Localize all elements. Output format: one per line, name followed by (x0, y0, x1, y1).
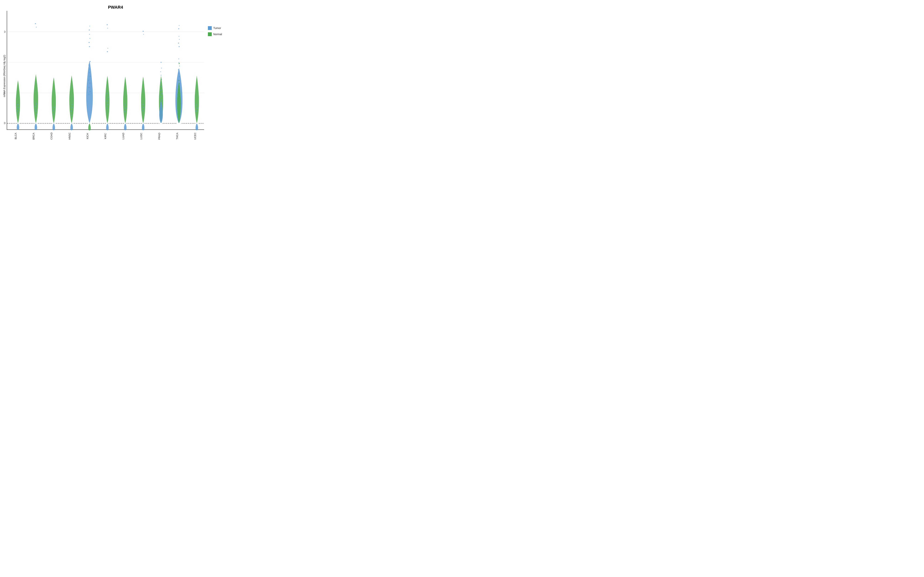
svg-point-67 (143, 31, 144, 32)
plot-area: 0 1 2 3 (7, 11, 204, 130)
svg-point-75 (161, 93, 162, 94)
svg-point-43 (89, 46, 90, 47)
svg-point-68 (143, 34, 144, 35)
svg-point-112 (179, 87, 180, 88)
svg-point-25 (54, 107, 55, 108)
x-label-luad: LUAD (114, 131, 132, 141)
svg-point-41 (88, 64, 89, 65)
x-label-kirc: KIRC (97, 131, 114, 141)
svg-point-47 (89, 29, 90, 31)
svg-point-62 (125, 105, 126, 105)
svg-point-81 (160, 71, 161, 72)
svg-point-42 (90, 61, 90, 62)
svg-point-61 (125, 108, 126, 109)
svg-point-118 (196, 105, 197, 105)
x-label-hnsc: HNSC (61, 131, 79, 141)
svg-point-46 (89, 34, 90, 35)
legend-box-normal (208, 32, 212, 36)
svg-point-101 (178, 58, 179, 59)
svg-point-114 (179, 63, 179, 64)
svg-point-53 (108, 97, 108, 98)
svg-point-56 (107, 48, 108, 49)
svg-point-109 (178, 100, 179, 101)
svg-point-50 (107, 108, 107, 108)
svg-point-19 (36, 103, 37, 104)
svg-point-58 (107, 28, 108, 29)
svg-point-65 (143, 107, 144, 108)
svg-point-66 (143, 104, 144, 105)
svg-point-24 (53, 110, 54, 111)
svg-point-103 (178, 42, 179, 44)
svg-point-52 (107, 100, 108, 101)
svg-point-71 (161, 105, 162, 106)
svg-point-72 (160, 102, 161, 103)
svg-point-110 (179, 96, 180, 97)
svg-point-116 (196, 111, 197, 111)
svg-point-39 (89, 73, 90, 73)
svg-text:1: 1 (4, 91, 6, 94)
svg-point-98 (178, 69, 179, 70)
svg-point-18 (35, 106, 36, 107)
x-label-lusc: LUSC (132, 131, 150, 141)
svg-point-31 (72, 104, 73, 105)
svg-point-21 (36, 114, 37, 114)
svg-point-26 (53, 114, 54, 114)
svg-point-100 (178, 62, 179, 63)
svg-point-105 (178, 36, 179, 37)
svg-point-55 (107, 51, 108, 52)
svg-point-54 (107, 93, 107, 94)
svg-point-11 (18, 107, 19, 108)
svg-point-97 (178, 73, 179, 74)
chart-body: mRNA Expression (RNASeq V2, log2) 0 (2, 11, 229, 141)
svg-point-113 (178, 80, 179, 81)
svg-point-117 (197, 108, 198, 108)
svg-point-80 (161, 75, 162, 76)
x-label-kich: KICH (79, 131, 97, 141)
svg-point-14 (17, 111, 18, 112)
svg-point-29 (72, 107, 73, 108)
x-label-thca: THCA (168, 131, 186, 141)
svg-point-64 (142, 110, 143, 111)
plot-area-wrapper: 0 1 2 3 (7, 11, 208, 141)
svg-point-16 (35, 23, 36, 24)
svg-point-76 (160, 90, 161, 90)
chart-container: PWAR4 mRNA Expression (RNASeq V2, log2) (2, 3, 229, 141)
x-label-coad: COAD (42, 131, 60, 141)
svg-point-33 (88, 94, 89, 95)
svg-point-34 (90, 91, 90, 92)
svg-point-30 (71, 114, 72, 115)
legend-item-normal: Normal (208, 32, 227, 36)
svg-point-106 (178, 28, 179, 29)
svg-point-104 (179, 39, 180, 40)
svg-point-17 (36, 27, 37, 27)
svg-point-20 (35, 111, 36, 111)
svg-point-45 (89, 38, 90, 39)
svg-point-10 (17, 110, 18, 111)
svg-point-38 (90, 76, 91, 77)
svg-point-77 (161, 86, 162, 87)
svg-text:0: 0 (4, 122, 6, 125)
x-label-blca: BLCA (7, 131, 25, 141)
svg-point-82 (161, 68, 162, 68)
svg-point-107 (179, 25, 179, 26)
svg-point-51 (107, 104, 108, 105)
legend-box-tumor (208, 26, 212, 30)
svg-point-99 (179, 66, 180, 66)
svg-point-79 (161, 79, 162, 80)
x-axis-labels: BLCABRCACOADHNSCKICHKIRCLUADLUSCPRADTHCA… (7, 130, 204, 141)
svg-point-78 (160, 82, 161, 83)
x-label-ucec: UCEC (186, 131, 204, 141)
svg-point-96 (179, 76, 180, 77)
svg-point-60 (124, 111, 125, 112)
legend-item-tumor: Tumor (208, 26, 227, 30)
svg-point-74 (160, 96, 161, 97)
svg-point-44 (89, 42, 89, 43)
chart-title: PWAR4 (108, 5, 123, 10)
legend: Tumor Normal (208, 11, 229, 141)
legend-label-normal: Normal (213, 33, 222, 36)
svg-point-83 (160, 62, 162, 63)
svg-text:3: 3 (4, 31, 6, 33)
svg-point-36 (89, 83, 90, 84)
svg-point-12 (17, 104, 18, 105)
svg-point-48 (89, 26, 90, 27)
